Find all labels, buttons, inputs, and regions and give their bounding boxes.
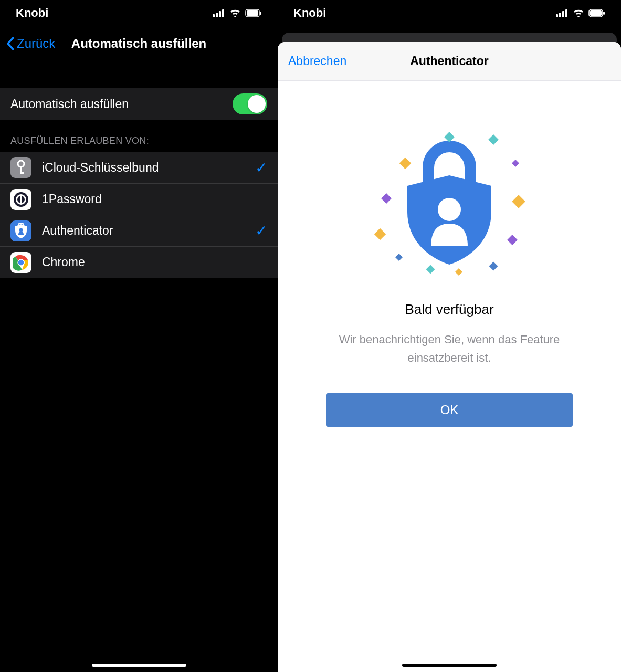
back-button[interactable]: Zurück	[6, 36, 55, 51]
authenticator-icon	[10, 220, 31, 242]
svg-rect-19	[556, 14, 558, 17]
signal-icon	[213, 9, 225, 17]
svg-rect-9	[20, 172, 24, 174]
svg-rect-21	[562, 11, 564, 17]
chevron-left-icon	[6, 37, 15, 50]
svg-point-26	[438, 198, 461, 221]
lock-illustration	[371, 128, 528, 275]
svg-rect-3	[222, 9, 224, 17]
section-header: AUSFÜLLEN ERLAUBEN VON:	[0, 120, 278, 152]
chrome-icon	[10, 252, 31, 273]
provider-row-chrome[interactable]: Chrome	[0, 246, 278, 278]
provider-row-1password[interactable]: 1Password	[0, 183, 278, 215]
provider-label: Chrome	[42, 255, 85, 269]
provider-row-authenticator[interactable]: Authenticator ✓	[0, 215, 278, 246]
modal-sheet: Abbrechen Authenticator	[278, 42, 621, 672]
toggle-label: Automatisch ausfüllen	[10, 97, 129, 111]
provider-label: Authenticator	[42, 224, 113, 238]
autofill-toggle[interactable]	[233, 93, 267, 114]
signal-icon	[556, 9, 569, 17]
svg-rect-22	[565, 9, 567, 17]
ok-button[interactable]: OK	[326, 393, 573, 427]
carrier-label: Knobi	[16, 6, 48, 20]
cancel-button[interactable]: Abbrechen	[288, 54, 346, 68]
wifi-icon	[573, 9, 584, 17]
svg-rect-1	[216, 13, 218, 17]
battery-icon	[245, 9, 262, 17]
svg-rect-0	[213, 14, 215, 17]
lock-shield-icon	[371, 128, 528, 275]
svg-rect-6	[260, 12, 261, 15]
back-label: Zurück	[17, 36, 55, 51]
sheet-title: Authenticator	[410, 54, 489, 68]
page-title: Automatisch ausfüllen	[71, 36, 206, 51]
svg-rect-5	[247, 10, 258, 16]
sheet-body: Bald verfügbar Wir benachrichtigen Sie, …	[278, 81, 621, 672]
body-text: Wir benachrichtigen Sie, wenn das Featur…	[334, 330, 565, 367]
phone-settings: Knobi Zurück Automatisch ausfüllen Autom…	[0, 0, 278, 672]
home-indicator[interactable]	[402, 664, 497, 667]
headline: Bald verfügbar	[405, 301, 493, 318]
check-icon: ✓	[255, 159, 267, 176]
battery-icon	[588, 9, 605, 17]
keychain-icon	[10, 157, 31, 178]
autofill-toggle-row[interactable]: Automatisch ausfüllen	[0, 88, 278, 120]
phone-authenticator: Knobi Abbrechen Authenticator	[278, 0, 621, 672]
status-bar: Knobi	[278, 0, 621, 26]
wifi-icon	[229, 9, 241, 17]
svg-point-14	[19, 228, 23, 232]
svg-rect-24	[590, 10, 602, 16]
status-bar: Knobi	[0, 0, 278, 26]
sheet-header: Abbrechen Authenticator	[278, 42, 621, 81]
home-indicator[interactable]	[92, 664, 186, 667]
check-icon: ✓	[255, 222, 267, 239]
svg-rect-25	[603, 12, 605, 15]
onepassword-icon	[10, 189, 31, 210]
svg-rect-2	[219, 11, 221, 17]
provider-label: 1Password	[42, 192, 102, 206]
provider-label: iCloud-Schlüsselbund	[42, 161, 159, 175]
status-icons	[213, 9, 262, 17]
nav-bar: Zurück Automatisch ausfüllen	[0, 26, 278, 61]
provider-row-icloud[interactable]: iCloud-Schlüsselbund ✓	[0, 152, 278, 183]
svg-rect-13	[20, 196, 22, 203]
svg-rect-20	[559, 13, 561, 17]
status-icons	[556, 9, 605, 17]
carrier-label: Knobi	[293, 6, 326, 20]
